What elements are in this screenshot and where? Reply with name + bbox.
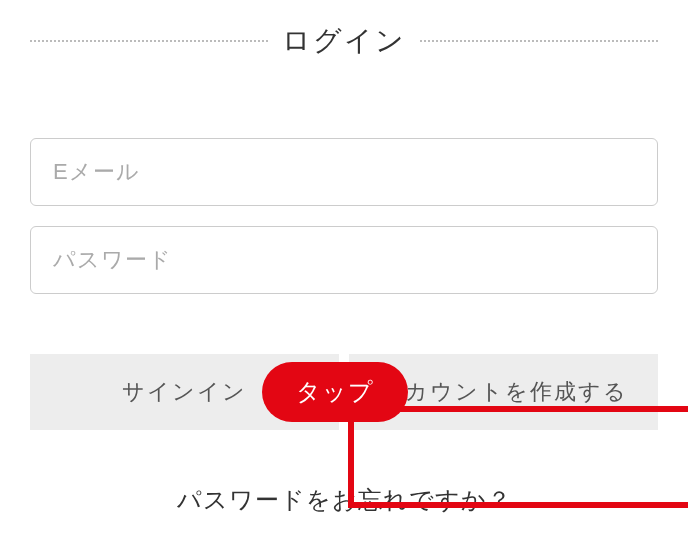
button-row: サインイン アカウントを作成する (30, 354, 658, 430)
divider-right (420, 40, 658, 42)
forgot-password-link[interactable]: パスワードをお忘れですか？ (30, 484, 658, 516)
title-row: ログイン (30, 0, 658, 78)
divider-left (30, 40, 268, 42)
signin-button[interactable]: サインイン (30, 354, 339, 430)
create-account-button[interactable]: アカウントを作成する (349, 354, 658, 430)
login-form: サインイン アカウントを作成する タップ パスワードをお忘れですか？ (30, 78, 658, 516)
page-title: ログイン (282, 22, 406, 60)
email-field[interactable] (30, 138, 658, 206)
password-field[interactable] (30, 226, 658, 294)
